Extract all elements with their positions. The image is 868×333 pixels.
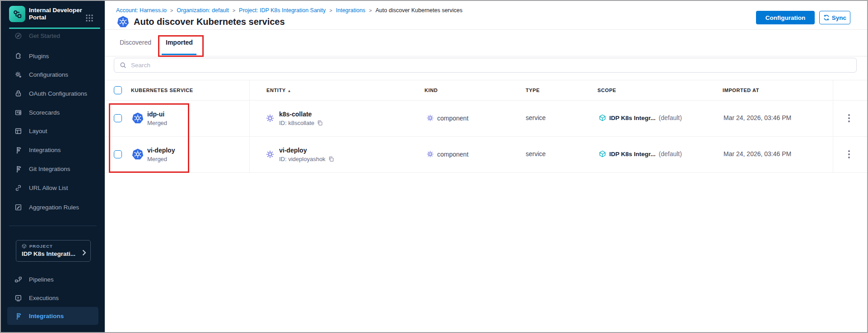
harness-idp-logo[interactable] [9,6,25,22]
pipelines-icon [14,276,22,283]
row-menu-button[interactable] [845,149,853,159]
search-input[interactable] [130,61,856,69]
lock-icon [14,90,22,97]
sidebar: Internal Developer Portal Get Started Pl… [1,1,105,332]
aggregation-icon [14,204,22,211]
sidebar-item-label: Scorecards [29,109,60,116]
annotation-box-service-rows [109,103,189,173]
column-header-type[interactable]: TYPE [526,88,540,93]
gears-icon [14,71,22,79]
scope-default: (default) [659,150,682,157]
pipeline-logo-icon [12,9,22,19]
sidebar-item-integrations-active[interactable]: Integrations [7,307,98,325]
sidebar-item-label: Layout [29,128,47,134]
column-header-scope[interactable]: SCOPE [597,88,616,93]
breadcrumb-current: Auto discover Kubernetes services [376,7,462,14]
sidebar-item-label: Aggregation Rules [29,204,79,211]
imported-at-value: Mar 24, 2026, 03:46 PM [723,114,791,121]
sidebar-item-label: Executions [29,295,59,301]
kebab-icon [848,150,850,158]
link-icon [14,184,22,192]
sidebar-item-integrations[interactable]: Integrations [1,142,105,157]
breadcrumb-organization[interactable]: Organization: default [177,7,229,14]
column-divider [249,80,250,172]
sidebar-item-label: URL Allow List [29,185,68,191]
row-menu-button[interactable] [845,113,853,123]
sidebar-item-executions[interactable]: Executions [1,290,105,305]
entity-gear-icon [266,114,275,123]
sidebar-item-aggregation-rules[interactable]: Aggregation Rules [1,199,105,215]
copy-icon[interactable] [317,120,323,126]
project-selector[interactable]: PROJECT IDP K8s Integrati... [16,240,91,262]
sort-ascending-icon: ▲ [287,89,291,93]
entity-gear-icon [266,150,275,159]
module-grid-icon[interactable] [85,14,94,24]
page-title: Auto discover Kubernetes services [134,17,285,27]
type-value: service [526,114,546,121]
tabbar-divider [105,56,868,56]
sidebar-divider [9,226,97,226]
breadcrumb-separator: > [233,8,235,13]
configuration-button[interactable]: Configuration [756,11,815,24]
project-name: IDP K8s Integrati... [22,250,80,257]
sidebar-item-oauth-configurations[interactable]: OAuth Configurations [1,86,105,101]
sidebar-item-label: Configurations [29,71,68,78]
column-header-kind[interactable]: KIND [425,88,438,93]
executions-icon [14,294,22,302]
sidebar-item-layout[interactable]: Layout [1,123,105,139]
breadcrumb-separator: > [369,8,372,13]
kind-cell: component [426,114,468,122]
layout-icon [14,127,22,135]
sidebar-title: Internal Developer Portal [29,7,82,21]
refresh-icon [823,14,830,21]
search-bar [114,58,857,73]
kind-gear-icon [426,114,434,122]
sidebar-item-label: Pipelines [29,276,54,283]
column-header-imported-at[interactable]: IMPORTED AT [723,88,759,93]
project-cube-icon [22,244,27,249]
entity-name[interactable]: k8s-collate [279,111,323,118]
puzzle-icon [14,52,22,60]
copy-icon[interactable] [328,156,334,162]
breadcrumb-account[interactable]: Account: Harness.io [116,7,167,14]
sidebar-item-label: OAuth Configurations [29,90,87,97]
sidebar-item-plugins[interactable]: Plugins [1,48,105,64]
column-header-entity[interactable]: ENTITY ▲ [266,88,291,93]
sidebar-item-label: Integrations [29,313,64,319]
scope-default: (default) [659,114,682,121]
sidebar-item-scorecards[interactable]: Scorecards [1,105,105,120]
sidebar-item-configurations[interactable]: Configurations [1,67,105,82]
select-all-checkbox[interactable] [114,86,122,94]
entity-id: ID: videployashok [279,156,326,162]
git-signpost-icon [14,165,22,173]
project-eyebrow-label: PROJECT [29,244,53,249]
tab-discovered[interactable]: Discovered [120,39,151,46]
sidebar-item-label: Plugins [29,53,49,60]
sidebar-item-pipelines[interactable]: Pipelines [1,272,105,287]
entity-name[interactable]: vi-deploy [279,147,334,154]
column-divider [833,80,833,172]
scorecard-icon [14,109,22,116]
sync-button[interactable]: Sync [819,11,850,24]
table-header-border [105,100,868,101]
header-divider [105,29,868,30]
sidebar-item-label: Git Integrations [29,166,70,172]
breadcrumb-project[interactable]: Project: IDP K8s Integration Sanity [239,7,326,14]
breadcrumb-integrations[interactable]: Integrations [336,7,365,14]
scope-name: IDP K8s Integr... [609,115,656,121]
table-top-border [105,80,868,80]
imported-at-value: Mar 24, 2026, 03:46 PM [723,150,791,157]
breadcrumb-separator: > [329,8,332,13]
sidebar-item-get-started[interactable]: Get Started [1,28,105,43]
compass-icon [14,32,22,40]
breadcrumb: Account: Harness.io > Organization: defa… [116,7,462,14]
sidebar-item-url-allow-list[interactable]: URL Allow List [1,180,105,195]
sidebar-item-label: Get Started [29,32,60,39]
sync-button-label: Sync [832,14,846,21]
signpost-icon [14,312,22,320]
kind-cell: component [426,150,468,158]
sidebar-item-git-integrations[interactable]: Git Integrations [1,161,105,176]
row-divider [105,136,868,137]
scope-name: IDP K8s Integr... [609,151,656,157]
column-header-service[interactable]: KUBERNETES SERVICE [131,88,193,93]
